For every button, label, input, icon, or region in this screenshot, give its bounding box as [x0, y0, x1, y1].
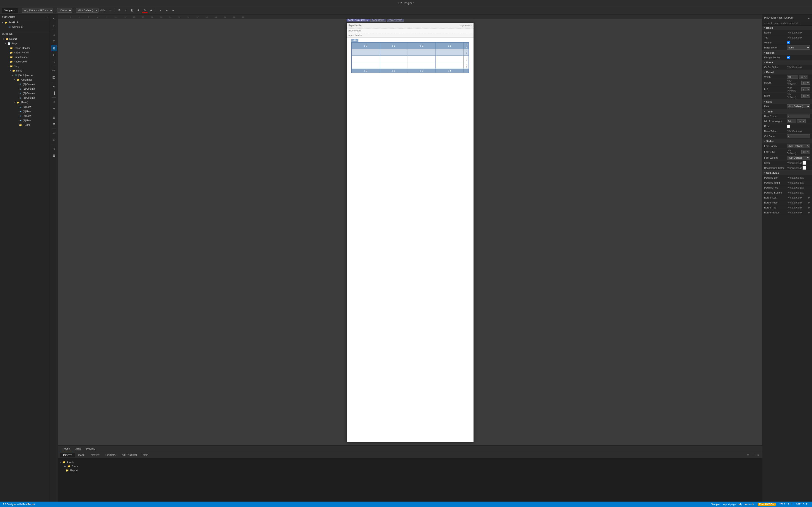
visible-checkbox[interactable] — [787, 41, 790, 44]
tree-sample-root[interactable]: ▾ 📁 SAMPLE — [0, 20, 50, 25]
section-data-header[interactable]: Data — [762, 99, 812, 104]
close-panel-button[interactable]: × — [756, 453, 760, 457]
bg-color-swatch[interactable] — [803, 166, 806, 170]
outline-rows[interactable]: ▾ 📁 [Rows] — [0, 100, 50, 105]
front-items-button[interactable]: FRONT ITEMS — [387, 19, 404, 22]
text-color-button[interactable]: A — [142, 8, 148, 13]
font-size-unit[interactable]: px — [801, 150, 810, 154]
outline-report[interactable]: ▾ 📁 Report — [0, 37, 50, 41]
shape-tool-button[interactable]: ⬡ — [51, 59, 57, 65]
row-count-input[interactable] — [787, 115, 810, 118]
outline-body[interactable]: ▾ 📁 Body — [0, 64, 50, 68]
border-top-arrow[interactable]: ▶ — [808, 206, 810, 209]
data-field-select[interactable]: (Not Defined) — [76, 8, 99, 13]
border-right-arrow[interactable]: ▶ — [808, 201, 810, 204]
font-weight-select[interactable]: (Not Defined) — [787, 156, 810, 160]
font-family-select[interactable]: (Not Defined) — [787, 144, 810, 148]
canvas-tab-report[interactable]: Report — [60, 446, 73, 451]
assets-tab[interactable]: ASSETS — [60, 453, 75, 457]
width-input[interactable] — [787, 75, 798, 79]
pen-tool-button[interactable]: ✏ — [51, 130, 57, 136]
outline-cells[interactable]: 📁 [Cells] — [0, 123, 50, 127]
border-bottom-arrow[interactable]: ▶ — [808, 211, 810, 214]
section-event-header[interactable]: Event — [762, 60, 812, 65]
tree-sample-file[interactable]: r2 Sample.r2 — [0, 25, 50, 29]
text-bg-button[interactable]: A — [148, 8, 154, 13]
outline-col-3[interactable]: ⊟ [3] Column — [0, 96, 50, 100]
height-unit-select[interactable]: px — [801, 81, 810, 84]
script-tool-button[interactable]: ☰ — [51, 152, 57, 159]
link-tool-button[interactable]: ⊞ — [51, 146, 57, 152]
color-swatch[interactable] — [803, 161, 806, 165]
outline-page[interactable]: ▾ 📄 Page — [0, 41, 50, 46]
canvas-content[interactable]: PAGE - 703 x 1009 px BACK ITEMS FRONT IT… — [58, 19, 762, 445]
outline-report-footer[interactable]: 📁 Report Footer — [0, 50, 50, 55]
outline-columns[interactable]: ▾ 📁 [Columns] — [0, 77, 50, 82]
section-cell-styles-header[interactable]: Cell Styles — [762, 171, 812, 175]
bar-chart-tool-button[interactable]: ▐ — [51, 90, 57, 96]
assets-root-header[interactable]: ▾ 📁 Assets — [60, 460, 760, 464]
outline-row-1[interactable]: ☰ [1] Row — [0, 109, 50, 114]
section-table-header[interactable]: Table — [762, 109, 812, 114]
sigma-tool-button[interactable]: Σ — [51, 52, 57, 58]
outline-page-footer[interactable]: 📁 Page Footer — [0, 59, 50, 64]
outline-col-0[interactable]: ⊟ [0] Column — [0, 82, 50, 87]
section-design-header[interactable]: Design — [762, 51, 812, 55]
page-break-select[interactable]: none — [787, 46, 810, 50]
col-count-input[interactable] — [787, 134, 810, 138]
tab-sample[interactable]: Sample × — [2, 8, 18, 13]
data-tab[interactable]: DATA — [75, 453, 87, 457]
list-view-button[interactable]: ☰ — [751, 453, 755, 457]
image-tool-button[interactable]: 🖼 — [51, 74, 57, 80]
section-styles-header[interactable]: Styles — [762, 139, 812, 144]
min-row-height-input[interactable] — [787, 119, 796, 123]
back-items-button[interactable]: BACK ITEMS — [370, 19, 386, 22]
svg-tool-button[interactable]: SVG — [51, 67, 57, 74]
outline-col-2[interactable]: ⊟ [2] Column — [0, 91, 50, 96]
ai-tool-button[interactable]: HI — [51, 106, 57, 112]
border-left-arrow[interactable]: ▶ — [808, 196, 810, 199]
crosshair-tool-button[interactable]: ✛ — [51, 23, 57, 29]
section-basic-header[interactable]: Basic — [762, 25, 812, 30]
outline-col-1[interactable]: ⊟ [1] Column — [0, 87, 50, 91]
grid-tool-button[interactable]: ⊞ — [51, 99, 57, 105]
star-tool-button[interactable]: ★ — [51, 83, 57, 90]
strikethrough-button[interactable]: S̶ — [136, 8, 141, 13]
validation-tab[interactable]: VALIDATION — [120, 453, 140, 457]
design-table[interactable]: c-0 c-1 c-2 c-3 r-0 — [351, 42, 469, 73]
find-tab[interactable]: FIND — [140, 453, 151, 457]
history-tab[interactable]: HISTORY — [103, 453, 119, 457]
text-tool-button[interactable]: T — [51, 38, 57, 45]
left-unit-select[interactable]: px — [801, 88, 810, 91]
fixed-checkbox[interactable] — [787, 125, 790, 128]
canvas-tab-json[interactable]: Json — [73, 447, 83, 451]
underline-button[interactable]: U — [130, 8, 135, 13]
list-tool-button[interactable]: ☰ — [51, 121, 57, 127]
section-bound-header[interactable]: Bound — [762, 70, 812, 74]
close-tab-icon[interactable]: × — [14, 9, 15, 12]
table2-tool-button[interactable]: ⊟ — [51, 114, 57, 121]
align-center-button[interactable]: ≡ — [164, 8, 169, 13]
script-tab[interactable]: SCRIPT — [88, 453, 102, 457]
table-tool-button[interactable]: ⊞ — [51, 45, 57, 51]
outline-header[interactable]: OUTLINE — [0, 31, 50, 37]
property-more-icon[interactable]: ... — [808, 16, 810, 19]
outline-items[interactable]: ▾ 📁 Items — [0, 68, 50, 73]
grid-view-button[interactable]: ⊞ — [746, 453, 750, 457]
italic-button[interactable]: I — [123, 8, 129, 13]
photo-tool-button[interactable]: 🖼 — [51, 137, 57, 143]
bold-button[interactable]: B — [117, 8, 122, 13]
outline-row-2[interactable]: ☰ [2] Row — [0, 114, 50, 118]
rect-tool-button[interactable]: □ — [51, 32, 57, 38]
select-tool-button[interactable]: ↖ — [51, 16, 57, 22]
report-folder-item[interactable]: 📁 Report — [60, 468, 760, 472]
outline-row-3[interactable]: ☰ [3] Row — [0, 118, 50, 123]
outline-report-header[interactable]: 📁 Report Header — [0, 46, 50, 50]
design-border-checkbox[interactable] — [787, 56, 790, 59]
min-row-height-unit[interactable]: px — [797, 119, 806, 123]
stock-folder-item[interactable]: ▶ 📁 Stock — [60, 464, 760, 468]
add-field-button[interactable]: + — [107, 8, 113, 13]
canvas-tab-preview[interactable]: Preview — [83, 447, 98, 451]
explorer-more-icon[interactable]: ... — [46, 16, 48, 18]
align-left-button[interactable]: ≡ — [158, 8, 163, 13]
